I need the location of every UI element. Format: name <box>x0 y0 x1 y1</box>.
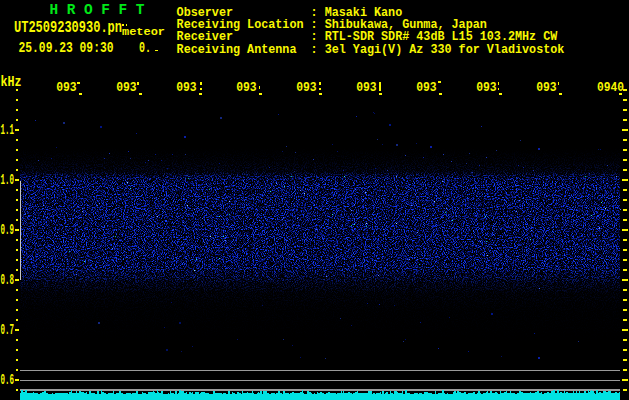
svg-text:093: 093 <box>416 80 437 95</box>
svg-text:1.0: 1.0 <box>1 172 15 188</box>
svg-text:0.8: 0.8 <box>1 272 15 288</box>
svg-text:H R O F F T: H R O F F T <box>50 1 145 19</box>
svg-text:meteor: meteor <box>122 25 165 38</box>
svg-text:093: 093 <box>476 80 497 95</box>
svg-text:0.7: 0.7 <box>1 322 15 338</box>
svg-text:Receiving Antenna : 3el Yagi(: Receiving Antenna : 3el Yagi(V) Az 330 f… <box>177 42 565 57</box>
svg-text:0.: 0. <box>139 40 151 57</box>
svg-text:UT2509230930.pn: UT2509230930.pn <box>14 19 122 37</box>
svg-text:093: 093 <box>296 80 317 95</box>
svg-text:093: 093 <box>56 80 76 95</box>
svg-text:1.1: 1.1 <box>1 122 15 138</box>
svg-text:093: 093 <box>236 80 257 95</box>
svg-text:093: 093 <box>356 80 377 95</box>
svg-text:0940: 0940 <box>597 80 624 95</box>
svg-text:25.09.23 09:30: 25.09.23 09:30 <box>19 39 114 57</box>
svg-text:0.6: 0.6 <box>1 372 15 388</box>
svg-text:093: 093 <box>536 80 557 95</box>
svg-text:0.9: 0.9 <box>1 222 15 238</box>
svg-text:093: 093 <box>176 80 197 95</box>
svg-text:093: 093 <box>116 80 137 95</box>
svg-text:kHz: kHz <box>1 74 22 90</box>
